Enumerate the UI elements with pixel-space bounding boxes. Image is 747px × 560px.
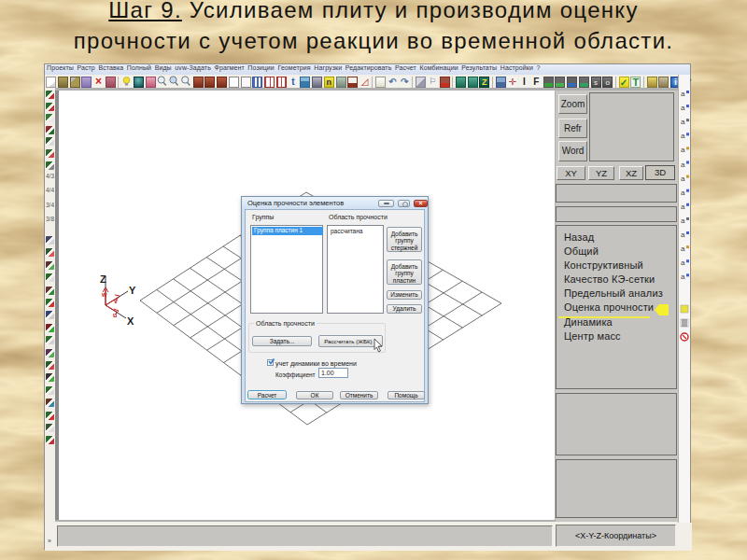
svg-text:u: u (113, 312, 117, 318)
svg-text:X: X (127, 315, 134, 327)
svg-text:Y: Y (129, 285, 136, 296)
svg-text:v: v (114, 298, 118, 304)
svg-text:w: w (101, 291, 107, 298)
svg-text:Z: Z (100, 273, 106, 285)
